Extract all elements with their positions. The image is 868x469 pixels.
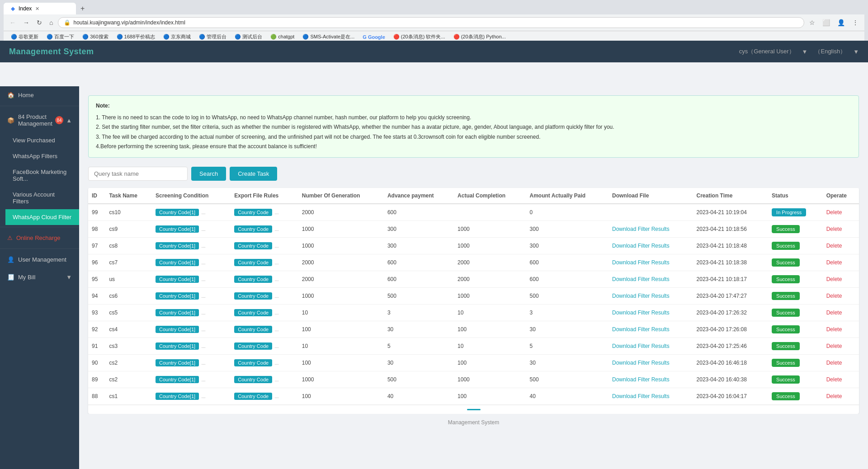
tag-export-more: ... <box>274 327 278 332</box>
cell-download: Download Filter Results <box>609 354 693 371</box>
bookmark-chatgpt[interactable]: 🟢 chatgpt <box>267 33 298 41</box>
tag-export-country: Country Code <box>234 209 272 216</box>
create-task-button[interactable]: Create Task <box>230 167 277 181</box>
topbar-lang-dropdown-icon[interactable]: ▼ <box>853 48 859 55</box>
address-bar[interactable]: 🔒 houtai.kuajingwang.vip/admin/index/ind… <box>58 17 804 28</box>
bookmark-jd[interactable]: 🔵 京东商城 <box>160 33 194 41</box>
new-tab-button[interactable]: + <box>77 3 88 14</box>
download-link[interactable]: Download Filter Results <box>612 226 670 232</box>
search-input[interactable] <box>88 167 188 181</box>
bookmark-google[interactable]: G Google <box>359 33 389 41</box>
menu-icon[interactable]: ⋮ <box>850 18 861 27</box>
delete-button[interactable]: Delete <box>826 310 842 316</box>
sidebar-item-view-purchased[interactable]: View Purchased <box>5 132 79 148</box>
bookmark-360[interactable]: 🔵 360搜索 <box>79 33 112 41</box>
tag-screening-more: ... <box>201 243 205 249</box>
delete-button[interactable]: Delete <box>826 393 842 399</box>
tab-close-icon[interactable]: ✕ <box>35 6 39 12</box>
sidebar-item-home[interactable]: 🏠 Home <box>0 86 79 104</box>
bookmark-star-icon[interactable]: ☆ <box>807 18 817 27</box>
sidebar-item-online-recharge[interactable]: ⚠ Online Recharge <box>0 229 79 247</box>
topbar-lang[interactable]: （English） <box>815 47 846 56</box>
forward-button[interactable]: → <box>21 18 32 27</box>
table-row: 92 cs4 Country Code[1] ... Country Code … <box>88 321 859 338</box>
topbar-right: cys（General User） ▼ （English） ▼ <box>739 47 859 56</box>
sidebar-item-user-management[interactable]: 👤 User Management <box>0 251 79 268</box>
download-link[interactable]: Download Filter Results <box>612 259 670 266</box>
delete-button[interactable]: Delete <box>826 226 842 232</box>
tab-strip-icon[interactable]: ⬜ <box>820 18 832 27</box>
cell-export: Country Code ... <box>231 338 298 354</box>
bookmark-test[interactable]: 🔵 测试后台 <box>231 33 266 41</box>
status-badge-inprogress: In Progress <box>772 208 806 216</box>
tag-export-more: ... <box>274 277 278 282</box>
reload-button[interactable]: ↻ <box>34 18 44 27</box>
download-link[interactable]: Download Filter Results <box>612 310 670 316</box>
search-button[interactable]: Search <box>191 167 226 181</box>
cell-operate: Delete <box>823 237 859 254</box>
download-link[interactable]: Download Filter Results <box>612 360 670 366</box>
sidebar-item-various[interactable]: Various Account Filters <box>5 187 79 209</box>
sidebar-item-my-bill[interactable]: 🧾 My Bill ▼ <box>0 268 79 286</box>
cell-time: 2023-04-21 10:19:04 <box>693 204 769 221</box>
sidebar-section-product[interactable]: 📦 84 Product Management 84 ▲ View Purcha… <box>0 108 79 225</box>
col-download: Download File <box>609 188 693 204</box>
status-badge-success: Success <box>772 275 800 283</box>
download-link[interactable]: Download Filter Results <box>612 376 670 383</box>
bookmark-sms[interactable]: 🔵 SMS-Activate是在... <box>299 33 358 41</box>
sidebar-item-facebook[interactable]: FaceBook Marketing Soft... <box>5 164 79 187</box>
product-management-header[interactable]: 📦 84 Product Management 84 ▲ <box>0 108 79 132</box>
download-link[interactable]: Download Filter Results <box>612 343 670 349</box>
bookmark-1688[interactable]: 🔵 1688平价稿志 <box>113 33 159 41</box>
delete-button[interactable]: Delete <box>826 293 842 299</box>
tag-export-country: Country Code <box>234 225 272 233</box>
sidebar-facebook-label: FaceBook Marketing Soft... <box>13 169 72 182</box>
download-link[interactable]: Download Filter Results <box>612 326 670 333</box>
col-task-name: Task Name <box>105 188 152 204</box>
home-button[interactable]: ⌂ <box>47 18 55 27</box>
status-badge-success: Success <box>772 392 800 400</box>
delete-button[interactable]: Delete <box>826 209 842 216</box>
cell-time: 2023-04-20 16:46:18 <box>693 354 769 371</box>
tag-export-country: Country Code <box>234 376 272 383</box>
bookmark-google-update[interactable]: 🔵 谷歌更新 <box>7 33 42 41</box>
tag-export-more: ... <box>274 260 278 265</box>
bookmark-msg1[interactable]: 🔴 (20条消息) 软件夹... <box>390 33 449 41</box>
sidebar-various-label: Various Account Filters <box>13 191 72 205</box>
cell-advance: 40 <box>384 388 454 404</box>
delete-button[interactable]: Delete <box>826 376 842 383</box>
delete-button[interactable]: Delete <box>826 276 842 282</box>
chevron-up-icon: ▲ <box>66 117 72 124</box>
note-title: Note: <box>96 101 851 111</box>
download-link[interactable]: Download Filter Results <box>612 276 670 282</box>
cell-status: Success <box>768 388 823 404</box>
sidebar-item-whatsapp-filters[interactable]: WhatsApp Filters <box>5 148 79 164</box>
cell-generation: 100 <box>298 321 384 338</box>
cell-download: Download Filter Results <box>609 287 693 304</box>
download-link[interactable]: Download Filter Results <box>612 293 670 299</box>
back-button[interactable]: ← <box>7 18 18 27</box>
sidebar-item-whatsapp-cloud[interactable]: WhatsApp Cloud Filter <box>5 209 79 225</box>
topbar-user-dropdown-icon[interactable]: ▼ <box>802 48 808 55</box>
delete-button[interactable]: Delete <box>826 243 842 249</box>
browser-tab-active[interactable]: ◆ Index ✕ <box>4 3 76 14</box>
delete-button[interactable]: Delete <box>826 259 842 266</box>
delete-button[interactable]: Delete <box>826 360 842 366</box>
cell-time: 2023-04-21 10:18:38 <box>693 254 769 271</box>
tag-screening-more: ... <box>201 327 205 332</box>
product-management-label: 84 Product Management <box>18 113 55 127</box>
topbar-user[interactable]: cys（General User） <box>739 47 795 56</box>
tag-screening-country: Country Code[1] <box>156 209 199 216</box>
cell-completion <box>454 204 526 221</box>
bookmark-msg2[interactable]: 🔴 (20条消息) Python... <box>450 33 509 41</box>
cell-screening: Country Code[1] ... <box>152 237 231 254</box>
bookmark-admin[interactable]: 🔵 管理后台 <box>195 33 230 41</box>
download-link[interactable]: Download Filter Results <box>612 393 670 399</box>
status-badge-success: Success <box>772 342 800 350</box>
profile-icon[interactable]: 👤 <box>835 18 847 27</box>
delete-button[interactable]: Delete <box>826 343 842 349</box>
download-link[interactable]: Download Filter Results <box>612 243 670 249</box>
bookmark-baidu[interactable]: 🔵 百度一下 <box>43 33 78 41</box>
cell-completion: 100 <box>454 321 526 338</box>
delete-button[interactable]: Delete <box>826 326 842 333</box>
